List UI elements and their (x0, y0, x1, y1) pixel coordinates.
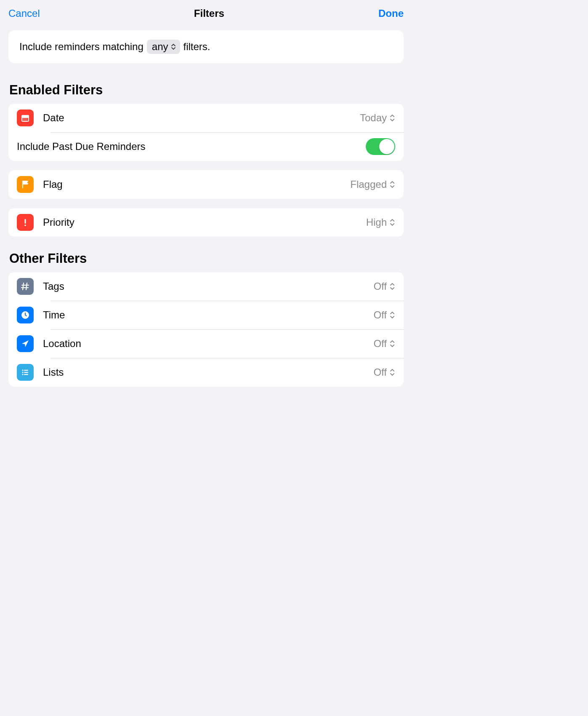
enabled-filters-title: Enabled Filters (9, 83, 404, 98)
svg-point-7 (23, 120, 24, 120)
svg-point-6 (27, 118, 27, 119)
toggle-knob (379, 139, 394, 154)
chevron-up-down-icon (389, 218, 395, 227)
svg-point-16 (22, 371, 23, 373)
hash-icon (17, 278, 34, 295)
header: Cancel Filters Done (0, 0, 412, 24)
svg-point-12 (24, 224, 26, 226)
svg-rect-2 (22, 118, 28, 121)
location-label: Location (43, 338, 373, 350)
time-value: Off (373, 309, 387, 321)
time-label: Time (43, 309, 373, 321)
date-label: Date (43, 112, 360, 124)
clock-icon (17, 307, 34, 323)
priority-label: Priority (43, 216, 366, 228)
calendar-icon (17, 110, 34, 126)
priority-row[interactable]: Priority High (8, 208, 404, 237)
location-value: Off (373, 338, 387, 350)
svg-rect-17 (24, 372, 28, 373)
past-due-toggle[interactable] (366, 138, 395, 155)
cancel-button[interactable]: Cancel (8, 8, 40, 19)
tags-label: Tags (43, 281, 373, 292)
chevron-up-down-icon (389, 311, 395, 319)
location-arrow-icon (17, 335, 34, 352)
svg-point-4 (24, 118, 25, 119)
match-suffix: filters. (184, 41, 210, 53)
flag-card: Flag Flagged (8, 170, 404, 199)
svg-point-5 (25, 118, 26, 119)
svg-point-10 (27, 120, 27, 120)
chevron-up-down-icon (389, 180, 395, 189)
other-filters-title: Other Filters (9, 251, 404, 266)
lists-value: Off (373, 366, 387, 378)
chevron-up-down-icon (389, 339, 395, 348)
svg-point-3 (23, 118, 24, 119)
past-due-row: Include Past Due Reminders (8, 132, 404, 161)
flag-value: Flagged (350, 179, 387, 190)
svg-point-9 (25, 120, 26, 120)
flag-label: Flag (43, 179, 350, 190)
time-row[interactable]: Time Off (8, 301, 404, 329)
flag-row[interactable]: Flag Flagged (8, 170, 404, 199)
tags-value: Off (373, 281, 387, 292)
svg-point-18 (22, 374, 23, 375)
match-mode-value: any (152, 41, 168, 53)
match-card: Include reminders matching any filters. (8, 30, 404, 63)
other-filters-card: Tags Off Time Off Location Off (8, 272, 404, 387)
match-mode-selector[interactable]: any (147, 40, 180, 54)
match-prefix: Include reminders matching (19, 41, 144, 53)
chevron-up-down-icon (389, 368, 395, 377)
page-title: Filters (40, 8, 378, 19)
chevron-up-down-icon (171, 43, 176, 50)
lists-label: Lists (43, 366, 373, 378)
svg-point-8 (24, 120, 25, 120)
svg-rect-19 (24, 374, 28, 375)
date-row[interactable]: Date Today (8, 104, 404, 132)
tags-row[interactable]: Tags Off (8, 272, 404, 301)
chevron-up-down-icon (389, 114, 395, 122)
date-card: Date Today Include Past Due Reminders (8, 104, 404, 161)
flag-icon (17, 176, 34, 193)
priority-value: High (366, 216, 387, 228)
past-due-label: Include Past Due Reminders (17, 141, 366, 152)
svg-point-14 (22, 369, 23, 371)
location-row[interactable]: Location Off (8, 329, 404, 358)
svg-rect-15 (24, 370, 28, 371)
done-button[interactable]: Done (378, 8, 404, 19)
svg-rect-1 (21, 115, 29, 117)
lists-row[interactable]: Lists Off (8, 358, 404, 387)
priority-card: Priority High (8, 208, 404, 237)
list-icon (17, 364, 34, 381)
chevron-up-down-icon (389, 282, 395, 291)
exclamation-icon (17, 214, 34, 231)
date-value: Today (360, 112, 387, 124)
svg-rect-11 (25, 219, 26, 224)
